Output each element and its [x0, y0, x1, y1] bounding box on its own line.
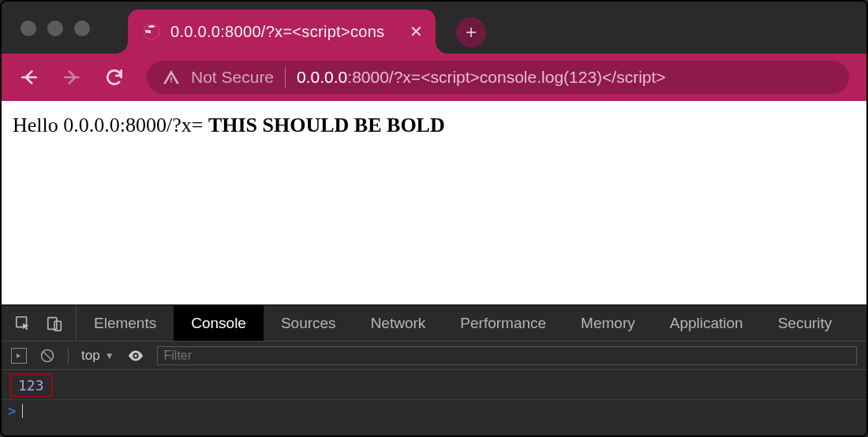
- warning-icon: [163, 69, 180, 86]
- text-cursor: [22, 404, 23, 418]
- clear-console-icon[interactable]: [39, 348, 55, 364]
- new-tab-button[interactable]: [456, 17, 486, 47]
- devtools-tab-network[interactable]: Network: [354, 305, 443, 341]
- chevron-down-icon: ▼: [105, 350, 114, 361]
- devtools-tab-sources[interactable]: Sources: [264, 305, 354, 341]
- inspect-icon[interactable]: [14, 315, 32, 332]
- browser-toolbar: Not Secure 0.0.0.0:8000/?x=<script>conso…: [2, 54, 866, 101]
- url-display: 0.0.0.0:8000/?x=<script>console.log(123)…: [297, 68, 666, 87]
- devtools-tab-console[interactable]: Console: [174, 305, 264, 341]
- devtools-tab-performance[interactable]: Performance: [443, 305, 563, 341]
- address-separator: [285, 67, 286, 88]
- live-expression-icon[interactable]: [127, 347, 144, 364]
- url-host: 0.0.0.0: [297, 68, 347, 86]
- window-max-dot[interactable]: [74, 21, 90, 36]
- page-viewport: Hello 0.0.0.0:8000/?x= THIS SHOULD BE BO…: [2, 101, 866, 304]
- device-toggle-icon[interactable]: [46, 315, 63, 332]
- close-icon[interactable]: ✕: [407, 23, 425, 40]
- browser-tab-active[interactable]: 0.0.0.0:8000/?x=<script>cons ✕: [128, 9, 436, 54]
- toolbar-separator: [68, 347, 69, 364]
- console-filter-input[interactable]: [157, 346, 857, 365]
- devtools-tabstrip: Elements Console Sources Network Perform…: [2, 305, 866, 342]
- security-status: Not Secure: [191, 68, 274, 87]
- console-prompt[interactable]: >: [2, 400, 866, 422]
- console-log-row: 123: [2, 370, 866, 400]
- url-path: :8000/?x=<script>console.log(123)</scrip…: [347, 68, 665, 86]
- console-context-selector[interactable]: top ▼: [81, 348, 114, 364]
- console-sidebar-toggle-icon[interactable]: [11, 348, 27, 364]
- page-body-text: Hello 0.0.0.0:8000/?x= THIS SHOULD BE BO…: [13, 114, 445, 137]
- devtools-tab-security[interactable]: Security: [761, 305, 850, 341]
- svg-rect-2: [48, 317, 57, 329]
- window-titlebar: 0.0.0.0:8000/?x=<script>cons ✕: [2, 2, 866, 54]
- window-traffic-lights: [21, 21, 90, 36]
- reload-icon[interactable]: [104, 67, 125, 88]
- tab-title: 0.0.0.0:8000/?x=<script>cons: [170, 23, 398, 41]
- back-icon[interactable]: [19, 67, 39, 88]
- devtools-tab-elements[interactable]: Elements: [77, 305, 174, 341]
- console-toolbar: top ▼: [2, 342, 866, 370]
- console-context-label: top: [81, 348, 100, 364]
- forward-icon[interactable]: [62, 67, 82, 88]
- devtools-tab-application[interactable]: Application: [653, 305, 761, 341]
- chevron-right-icon: >: [8, 403, 16, 419]
- devtools-panel: Elements Console Sources Network Perform…: [2, 304, 866, 435]
- console-log-value: 123: [9, 373, 53, 398]
- page-plain-text: Hello 0.0.0.0:8000/?x=: [13, 114, 208, 136]
- address-bar[interactable]: Not Secure 0.0.0.0:8000/?x=<script>conso…: [147, 61, 849, 94]
- globe-icon: [142, 22, 161, 41]
- window-close-dot[interactable]: [21, 21, 36, 36]
- devtools-tab-memory[interactable]: Memory: [563, 305, 653, 341]
- page-bold-text: THIS SHOULD BE BOLD: [208, 114, 445, 136]
- window-min-dot[interactable]: [47, 21, 63, 36]
- devtools-left-icons: [2, 305, 77, 341]
